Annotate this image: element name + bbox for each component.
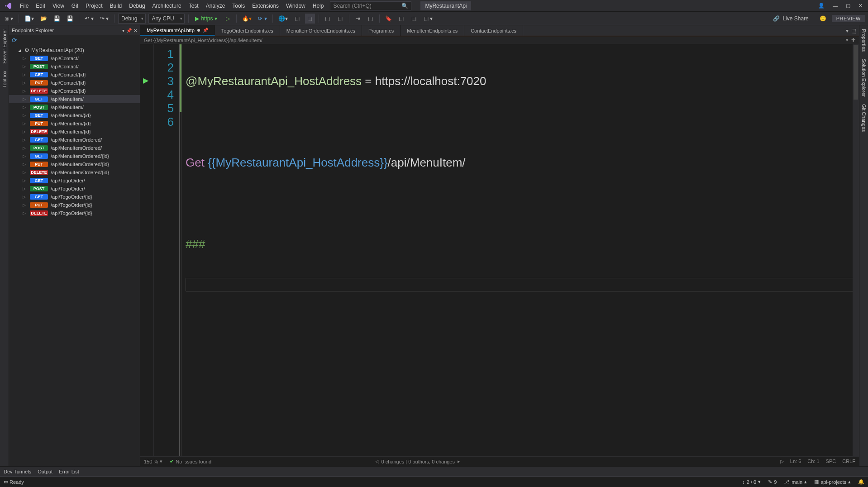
panel-close-icon[interactable]: ✕ [134, 28, 137, 33]
endpoint-row[interactable]: ▷GET/api/Contact/ [9, 54, 140, 62]
menu-build[interactable]: Build [106, 0, 126, 11]
live-share-button[interactable]: 🔗 Live Share [773, 15, 808, 22]
bottom-tab-output[interactable]: Output [38, 469, 52, 474]
code-editor[interactable]: ▶ 123456 @MyRestaurantApi_HostAddress = … [140, 44, 859, 456]
editor-tab[interactable]: MyRestaurantApi.http📌 [140, 25, 215, 36]
open-button[interactable]: 📂 [38, 14, 49, 24]
breadcrumb-bar[interactable]: Get {{MyRestaurantApi_HostAddress}}/api/… [140, 36, 859, 44]
menu-window[interactable]: Window [282, 0, 309, 11]
editor-tab[interactable]: TogoOrderEndpoints.cs [215, 25, 280, 36]
tb-icon-5[interactable]: ⇥ [353, 14, 363, 24]
feedback-icon[interactable]: 🙂 [820, 15, 826, 22]
close-button[interactable]: ✕ [858, 3, 863, 9]
tb-icon-3[interactable]: ⬚ [323, 14, 333, 24]
expand-icon[interactable]: ▷ [23, 81, 27, 85]
endpoint-row[interactable]: ▷DELETE/api/TogoOrder/{id} [9, 209, 140, 217]
expand-icon[interactable]: ◢ [18, 48, 23, 53]
browser-link-button[interactable]: 🌐▾ [277, 14, 290, 24]
tb-icon-6[interactable]: ⬚ [366, 14, 376, 24]
endpoint-row[interactable]: ▷GET/api/TogoOrder/ [9, 177, 140, 185]
expand-icon[interactable]: ▷ [23, 203, 27, 207]
expand-icon[interactable]: ▷ [23, 89, 27, 93]
endpoint-row[interactable]: ▷POST/api/Contact/ [9, 62, 140, 71]
panel-pin-icon[interactable]: 📌 [126, 28, 132, 33]
menu-tools[interactable]: Tools [229, 0, 248, 11]
tree-root-node[interactable]: ◢ ⚙ MyRestaurantApi (20) [9, 46, 140, 54]
preview-badge[interactable]: PREVIEW [832, 15, 865, 22]
tb-icon-2[interactable]: ⬚ [305, 14, 315, 24]
start-no-debug-button[interactable]: ▷ [223, 14, 233, 24]
endpoint-row[interactable]: ▷PUT/api/MenuItem/{id} [9, 119, 140, 128]
search-input[interactable]: Search (Ctrl+Q) 🔍 [330, 1, 411, 10]
column-indicator[interactable]: Ch: 1 [807, 458, 819, 464]
endpoint-row[interactable]: ▷POST/api/TogoOrder/ [9, 185, 140, 193]
endpoint-row[interactable]: ▷GET/api/MenuItemOrdered/ [9, 136, 140, 144]
editor-tab[interactable]: Program.cs [362, 25, 401, 36]
editor-tab[interactable]: MenuItemOrderedEndpoints.cs [280, 25, 362, 36]
menu-edit[interactable]: Edit [32, 0, 49, 11]
tabs-overflow-icon[interactable]: ▾ [846, 28, 849, 34]
git-sync-button[interactable]: ↕2 / 0 ▾ [742, 479, 761, 485]
expand-icon[interactable]: ▷ [23, 186, 27, 191]
endpoint-row[interactable]: ▷PUT/api/TogoOrder/{id} [9, 201, 140, 209]
panel-dropdown-icon[interactable]: ▾ [122, 28, 124, 33]
expand-icon[interactable]: ▷ [23, 113, 27, 118]
git-changes-button[interactable]: ✎9 [768, 479, 777, 485]
expand-icon[interactable]: ▷ [23, 162, 27, 167]
expand-icon[interactable]: ▷ [23, 129, 27, 134]
undo-button[interactable]: ↶ ▾ [83, 14, 95, 24]
expand-icon[interactable]: ▷ [23, 195, 27, 199]
tb-icon-8[interactable]: ⬚ [409, 14, 419, 24]
line-indicator[interactable]: Ln: 6 [790, 458, 801, 464]
menu-help[interactable]: Help [309, 0, 328, 11]
endpoint-row[interactable]: ▷GET/api/Contact/{id} [9, 71, 140, 79]
rail-git-changes[interactable]: Git Changes [860, 100, 868, 135]
bottom-tab-error-list[interactable]: Error List [59, 469, 79, 474]
rail-server-explorer[interactable]: Server Explorer [1, 25, 8, 67]
platform-dropdown[interactable]: Any CPU [148, 14, 185, 24]
expand-icon[interactable]: ▷ [23, 146, 27, 150]
tab-settings-icon[interactable]: ⬚ [851, 28, 856, 34]
branch-button[interactable]: ⎇main ▴ [784, 479, 807, 485]
save-all-button[interactable]: 💾 [65, 14, 75, 24]
menu-file[interactable]: File [16, 0, 32, 11]
codelens-changes[interactable]: ◁ 0 changes | 0 authors, 0 changes ▸ [375, 458, 460, 464]
expand-icon[interactable]: ▷ [23, 178, 27, 183]
endpoint-row[interactable]: ▷GET/api/MenuItem/{id} [9, 111, 140, 119]
maximize-button[interactable]: ▢ [846, 3, 850, 9]
start-debug-button[interactable]: ▶ https ▾ [192, 15, 220, 22]
expand-icon[interactable]: ▷ [23, 72, 27, 77]
endpoint-row[interactable]: ▷POST/api/MenuItem/ [9, 103, 140, 111]
configuration-dropdown[interactable]: Debug [118, 14, 146, 24]
notifications-button[interactable]: 🔔 [858, 479, 864, 485]
hot-reload-button[interactable]: 🔥▾ [240, 14, 253, 24]
tb-icon-9[interactable]: ⬚ ▾ [422, 14, 434, 24]
tb-icon-1[interactable]: ⬚ [292, 14, 302, 24]
endpoint-row[interactable]: ▷DELETE/api/MenuItemOrdered/{id} [9, 168, 140, 177]
expand-icon[interactable]: ▷ [23, 121, 27, 126]
menu-git[interactable]: Git [68, 0, 82, 11]
chevron-right-small-icon[interactable]: ▸ [458, 458, 460, 464]
tb-icon-4[interactable]: ⬚ [335, 14, 345, 24]
menu-debug[interactable]: Debug [125, 0, 148, 11]
endpoint-row[interactable]: ▷GET/api/TogoOrder/{id} [9, 193, 140, 201]
zoom-control[interactable]: 150 % ▾ [144, 458, 162, 464]
menu-analyze[interactable]: Analyze [202, 0, 229, 11]
account-icon[interactable]: 👤 [818, 3, 825, 9]
endpoint-row[interactable]: ▷PUT/api/Contact/{id} [9, 79, 140, 87]
split-icon[interactable]: ▾ [846, 37, 849, 43]
bottom-tab-dev-tunnels[interactable]: Dev Tunnels [4, 469, 31, 474]
chevron-left-icon[interactable]: ◁ [375, 458, 379, 464]
refresh-icon[interactable]: ⟳ [12, 37, 17, 44]
vertical-scrollbar[interactable] [853, 44, 859, 456]
menu-test[interactable]: Test [185, 0, 202, 11]
endpoint-row[interactable]: ▷GET/api/MenuItemOrdered/{id} [9, 152, 140, 160]
minimize-button[interactable]: — [833, 3, 838, 9]
redo-button[interactable]: ↷ ▾ [98, 14, 110, 24]
refresh-button[interactable]: ⟳ ▾ [256, 14, 268, 24]
expand-icon[interactable]: ▷ [23, 154, 27, 158]
endpoint-row[interactable]: ▷DELETE/api/MenuItem/{id} [9, 128, 140, 136]
expand-icon[interactable]: ▷ [23, 170, 27, 175]
tb-icon-7[interactable]: ⬚ [396, 14, 406, 24]
expand-icon[interactable]: ▷ [23, 64, 27, 69]
